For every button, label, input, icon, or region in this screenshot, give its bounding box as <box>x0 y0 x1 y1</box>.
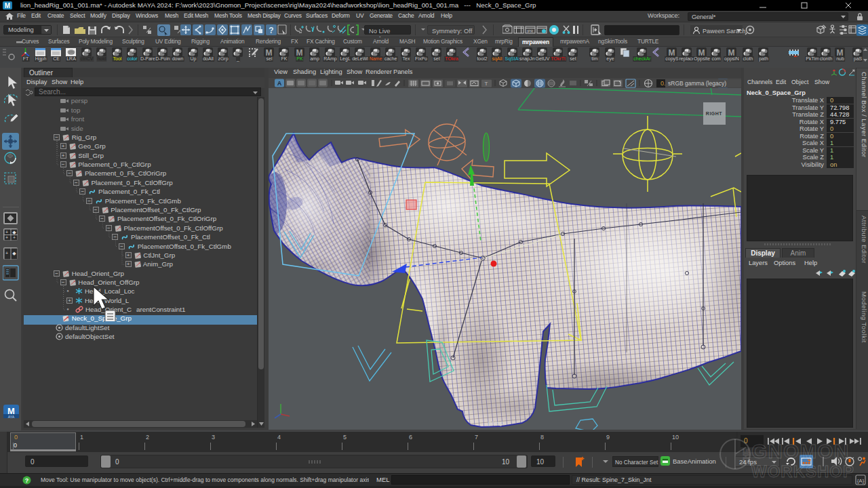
svg-text:?: ? <box>25 477 29 484</box>
svg-text:M: M <box>5 2 10 9</box>
svg-text:+: + <box>5 251 8 256</box>
svg-text:+: + <box>13 235 16 240</box>
svg-text:AYA: AYA <box>8 415 15 419</box>
svg-text:+: + <box>5 230 8 235</box>
svg-text:◆: ◆ <box>12 251 16 256</box>
svg-text:?: ? <box>269 26 273 35</box>
svg-text:A: A <box>277 80 282 87</box>
svg-text:T: T <box>485 81 488 87</box>
svg-text:IPR: IPR <box>527 29 533 33</box>
svg-text:{A}: {A} <box>857 478 865 484</box>
svg-text:+: + <box>5 235 8 240</box>
svg-text:RIGHT: RIGHT <box>706 111 723 116</box>
svg-text:◆: ◆ <box>12 230 16 235</box>
svg-text:persp: persp <box>488 420 504 426</box>
